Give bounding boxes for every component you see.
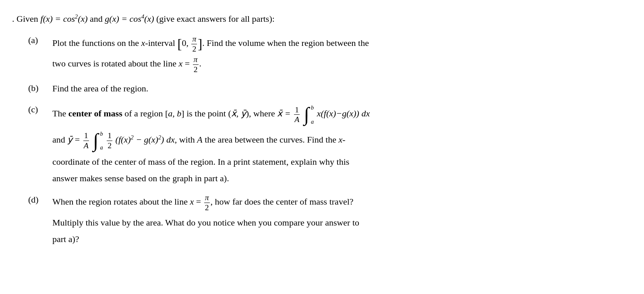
line-x: x bbox=[178, 58, 182, 68]
center-of-mass-term: center of mass bbox=[68, 109, 122, 119]
part-a-label: (a) bbox=[28, 33, 48, 47]
integral-limits-d: b a bbox=[100, 129, 103, 153]
pi-over-2-d: π 2 bbox=[204, 193, 210, 213]
fraction-1-A-c: 1 A bbox=[294, 105, 300, 125]
part-c-line3: coordinate of the center of mass of the … bbox=[52, 154, 628, 169]
x-interval-label: x bbox=[141, 38, 145, 48]
part-d-content: When the region rotates about the line x… bbox=[52, 193, 628, 248]
part-b-label: (b) bbox=[28, 81, 48, 95]
A-var: A bbox=[197, 135, 202, 145]
part-c-content: The center of mass of a region [a, b] is… bbox=[52, 103, 628, 186]
parts-container: (a) Plot the functions on the x-interval… bbox=[12, 33, 628, 248]
pi-over-2-a: π 2 bbox=[191, 34, 197, 54]
part-c-label: (c) bbox=[28, 103, 48, 116]
part-d-line1: When the region rotates about the line x… bbox=[52, 193, 628, 213]
header-and: and bbox=[90, 14, 105, 24]
part-b: (b) Find the area of the region. bbox=[28, 81, 628, 95]
integral-c: ∫ b a bbox=[303, 103, 315, 126]
fraction-1-A-d: 1 A bbox=[83, 131, 89, 151]
integral-sign-d: ∫ bbox=[93, 133, 98, 149]
main-container: . Given f(x) = cos2(x) and g(x) = cos4(x… bbox=[8, 12, 628, 248]
header-dot: . bbox=[12, 14, 14, 24]
integral-d: ∫ b a bbox=[92, 129, 104, 153]
fraction-1-2: 1 2 bbox=[107, 131, 112, 151]
the-text: the bbox=[205, 135, 217, 145]
pi-over-2-b: π 2 bbox=[193, 55, 199, 75]
part-d-line3: part a)? bbox=[52, 232, 628, 246]
part-a: (a) Plot the functions on the x-interval… bbox=[28, 33, 628, 74]
integral-limits-c: b a bbox=[311, 103, 314, 126]
part-d-label: (d) bbox=[28, 193, 48, 206]
f-def: f(x) = cos2(x) bbox=[40, 14, 87, 24]
part-c-line1: The center of mass of a region [a, b] is… bbox=[52, 103, 628, 126]
integral-sign-c: ∫ bbox=[304, 107, 309, 122]
part-c-line4: answer makes sense based on the graph in… bbox=[52, 171, 628, 186]
header-give: (give exact answers for all parts): bbox=[156, 14, 275, 24]
part-d: (d) When the region rotates about the li… bbox=[28, 193, 628, 248]
with-text: with bbox=[179, 135, 197, 145]
part-c-line2: and ȳ = 1 A ∫ b a 1 2 bbox=[52, 129, 628, 153]
part-a-content: Plot the functions on the x-interval [0,… bbox=[52, 33, 628, 74]
bracket-open: [ bbox=[177, 37, 182, 51]
integral-integrand-c: x(f(x)−g(x)) dx bbox=[317, 109, 370, 119]
bracket-close: ] bbox=[198, 37, 202, 51]
g-def: g(x) = cos4(x) bbox=[105, 14, 154, 24]
ybar-integrand: (f(x)2 − g(x)2) dx, bbox=[116, 135, 179, 145]
part-d-line2: Multiply this value by the area. What do… bbox=[52, 215, 628, 230]
problem-header: . Given f(x) = cos2(x) and g(x) = cos4(x… bbox=[12, 12, 628, 25]
xbar-formula: x̄ = bbox=[277, 109, 293, 119]
part-c: (c) The center of mass of a region [a, b… bbox=[28, 103, 628, 186]
part-b-content: Find the area of the region. bbox=[52, 81, 628, 95]
